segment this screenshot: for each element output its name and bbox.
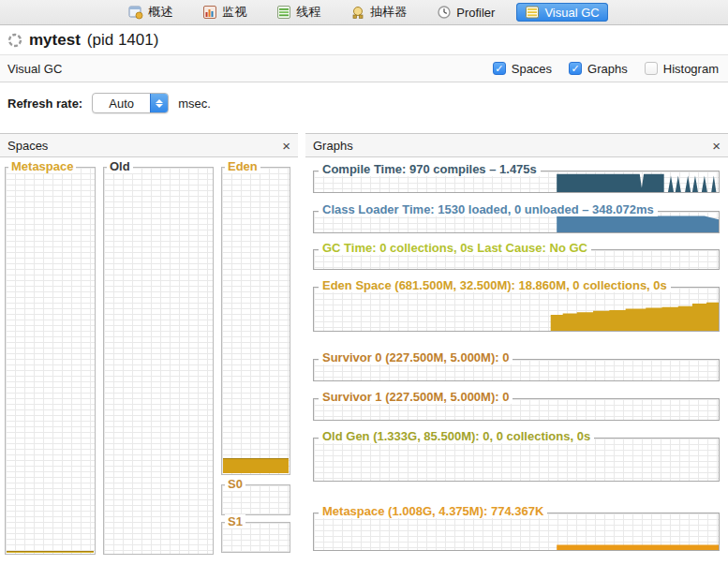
toggle-label: Spaces xyxy=(512,62,552,76)
tab-label: 概述 xyxy=(148,4,172,21)
chevron-down-icon xyxy=(156,104,163,108)
graphs-panel-header: Graphs × xyxy=(305,134,728,157)
refresh-rate-select[interactable]: Auto xyxy=(92,93,169,113)
graph-row-survivor-0: Survivor 0 (227.500M, 5.000M): 0 xyxy=(313,359,720,381)
graph-fill-metaspace-graph xyxy=(314,513,719,550)
tab-bar: 概述监视线程抽样器ProfilerVisual GC xyxy=(0,0,728,25)
graph-title-compile-time: Compile Time: 970 compiles – 1.475s xyxy=(319,162,541,176)
monitor-icon xyxy=(202,5,217,20)
visualgc-icon xyxy=(525,5,540,20)
space-label-s1: S1 xyxy=(225,514,245,528)
spaces-panel-title: Spaces xyxy=(7,139,48,153)
toggle-graphs[interactable]: ✓Graphs xyxy=(569,62,628,76)
graph-title-old-gen: Old Gen (1.333G, 85.500M): 0, 0 collecti… xyxy=(319,429,594,443)
space-label-s0: S0 xyxy=(225,477,245,491)
tab-label: Profiler xyxy=(456,6,495,20)
space-box-s1: S1 xyxy=(221,522,290,553)
graph-fill-eden-space xyxy=(314,288,719,331)
close-icon[interactable]: × xyxy=(282,139,290,153)
profiler-icon xyxy=(437,5,452,20)
app-pid: (pid 1401) xyxy=(87,31,159,50)
space-fill-metaspace xyxy=(7,551,94,553)
chevron-up-icon xyxy=(156,99,163,103)
graph-box-eden-space xyxy=(313,287,720,332)
sampler-icon xyxy=(350,5,365,20)
toggle-label: Graphs xyxy=(587,62,628,76)
space-label-metaspace: Metaspace xyxy=(8,159,76,173)
view-toggles: ✓Spaces✓GraphsHistogram xyxy=(493,62,719,76)
stepper-icon[interactable] xyxy=(150,93,168,113)
tab-label: Visual GC xyxy=(544,6,599,20)
tab-监视[interactable]: 监视 xyxy=(194,2,255,22)
graphs-panel-body: Compile Time: 970 compiles – 1.475sClass… xyxy=(305,157,728,565)
toggle-histogram[interactable]: Histogram xyxy=(645,62,719,76)
spaces-panel-body: MetaspaceOldEdenS0S1 xyxy=(0,157,298,565)
space-box-eden: Eden xyxy=(221,167,290,475)
graph-row-metaspace-graph: Metaspace (1.008G, 4.375M): 774.367K xyxy=(313,513,720,551)
graph-row-gc-time: GC Time: 0 collections, 0s Last Cause: N… xyxy=(313,249,720,270)
close-icon[interactable]: × xyxy=(712,139,721,153)
graph-row-survivor-1: Survivor 1 (227.500M, 5.000M): 0 xyxy=(313,398,720,421)
graph-title-metaspace-graph: Metaspace (1.008G, 4.375M): 774.367K xyxy=(319,504,547,518)
space-label-eden: Eden xyxy=(225,159,260,173)
refresh-rate-label: Refresh rate: xyxy=(7,97,82,111)
graph-box-old-gen xyxy=(313,438,720,482)
space-box-metaspace: Metaspace xyxy=(5,167,96,555)
tab-profiler[interactable]: Profiler xyxy=(428,3,503,22)
graph-title-survivor-0: Survivor 0 (227.500M, 5.000M): 0 xyxy=(319,350,513,364)
refresh-rate-value: Auto xyxy=(93,97,150,111)
main-area: Spaces × MetaspaceOldEdenS0S1 Graphs × C… xyxy=(0,133,728,565)
graph-row-class-loader-time: Class Loader Time: 1530 loaded, 0 unload… xyxy=(313,211,720,233)
spaces-panel-header: Spaces × xyxy=(0,134,298,157)
tab-概述[interactable]: 概述 xyxy=(120,2,181,22)
tab-label: 抽样器 xyxy=(370,4,407,21)
panel-splitter[interactable] xyxy=(298,133,305,565)
space-box-old: Old xyxy=(103,167,214,555)
checkbox-checked-icon[interactable]: ✓ xyxy=(569,62,582,75)
graph-row-eden-space: Eden Space (681.500M, 32.500M): 18.860M,… xyxy=(313,287,720,332)
toggle-label: Histogram xyxy=(663,62,719,76)
tab-label: 线程 xyxy=(296,4,320,21)
checkbox-checked-icon[interactable]: ✓ xyxy=(493,62,506,75)
tab-抽样器[interactable]: 抽样器 xyxy=(342,2,415,22)
space-box-s0: S0 xyxy=(221,484,290,515)
graphs-panel: Graphs × Compile Time: 970 compiles – 1.… xyxy=(305,133,728,565)
view-title: Visual GC xyxy=(7,62,62,76)
view-bar: Visual GC ✓Spaces✓GraphsHistogram xyxy=(0,54,728,82)
graph-title-gc-time: GC Time: 0 collections, 0s Last Cause: N… xyxy=(319,241,591,255)
graph-box-metaspace-graph xyxy=(313,513,720,551)
app-header: mytest (pid 1401) xyxy=(0,25,728,54)
tab-label: 监视 xyxy=(222,4,246,21)
spaces-panel: Spaces × MetaspaceOldEdenS0S1 xyxy=(0,133,298,565)
app-title: mytest xyxy=(29,31,81,50)
graphs-panel-title: Graphs xyxy=(313,139,353,153)
checkbox-unchecked-icon[interactable] xyxy=(645,62,658,75)
graph-title-eden-space: Eden Space (681.500M, 32.500M): 18.860M,… xyxy=(319,278,671,292)
refresh-rate-unit: msec. xyxy=(178,97,211,111)
application-icon xyxy=(7,33,22,48)
overview-icon xyxy=(128,5,143,20)
tab-visual-gc[interactable]: Visual GC xyxy=(516,3,607,22)
graph-title-survivor-1: Survivor 1 (227.500M, 5.000M): 0 xyxy=(319,390,513,404)
graph-row-compile-time: Compile Time: 970 compiles – 1.475s xyxy=(313,171,720,193)
toggle-spaces[interactable]: ✓Spaces xyxy=(493,62,552,76)
threads-icon xyxy=(276,5,291,20)
space-fill-eden xyxy=(223,458,289,473)
space-label-old: Old xyxy=(107,159,133,173)
graph-title-class-loader-time: Class Loader Time: 1530 loaded, 0 unload… xyxy=(319,202,658,216)
refresh-rate-row: Refresh rate: Auto msec. xyxy=(0,82,728,124)
graph-row-old-gen: Old Gen (1.333G, 85.500M): 0, 0 collecti… xyxy=(313,438,720,482)
tab-线程[interactable]: 线程 xyxy=(268,2,329,22)
